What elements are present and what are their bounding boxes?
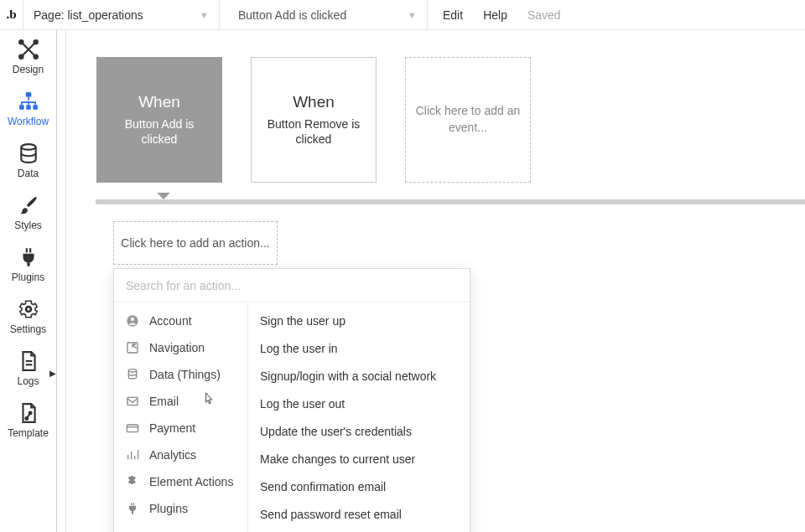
sidebar-item-workflow[interactable]: Workflow <box>0 82 56 134</box>
action-send-password-reset[interactable]: Send password reset email <box>248 501 470 529</box>
sidebar-item-plugins[interactable]: Plugins <box>0 238 56 290</box>
brush-icon <box>18 194 39 216</box>
pointer-cursor-icon <box>201 391 215 408</box>
account-icon <box>126 314 139 328</box>
menu-edit[interactable]: Edit <box>443 8 463 22</box>
category-plugins[interactable]: Plugins <box>114 495 247 522</box>
add-action-button[interactable]: Click here to add an action... <box>113 221 278 265</box>
action-list: Sign the user up Log the user in Signup/… <box>248 302 470 532</box>
workflow-icon <box>18 90 39 112</box>
action-change-current-user[interactable]: Make changes to current user <box>248 446 470 473</box>
svg-rect-6 <box>25 92 31 96</box>
payment-icon <box>126 421 139 435</box>
svg-point-10 <box>21 144 35 150</box>
svg-rect-20 <box>127 425 138 432</box>
file-icon <box>18 350 39 372</box>
category-label: Analytics <box>149 448 196 462</box>
svg-point-13 <box>25 417 28 420</box>
sidebar-item-settings[interactable]: Settings <box>0 290 56 342</box>
sidebar-item-label: Template <box>8 427 49 439</box>
svg-rect-8 <box>26 105 30 109</box>
sidebar-collapse-toggle[interactable]: ▶ <box>49 369 57 377</box>
category-navigation[interactable]: Navigation <box>114 334 247 361</box>
gear-icon <box>18 298 39 320</box>
menu-help[interactable]: Help <box>483 8 507 22</box>
database-icon <box>126 368 139 381</box>
svg-rect-9 <box>33 105 37 109</box>
action-search-input[interactable] <box>114 269 470 302</box>
event-description: Button Remove is clicked <box>260 116 367 147</box>
sidebar: Design Workflow Data <box>0 30 57 532</box>
menu-saved: Saved <box>527 8 561 22</box>
category-label: Account <box>149 314 192 328</box>
event-when-label: When <box>293 93 335 111</box>
actions-area: Click here to add an action... Account <box>113 221 805 265</box>
events-divider <box>96 199 805 204</box>
add-action-label: Click here to add an action... <box>121 236 269 250</box>
svg-point-3 <box>34 40 37 44</box>
action-send-magic-link[interactable]: Send magic login link <box>248 529 470 532</box>
sidebar-item-design[interactable]: Design <box>0 30 56 82</box>
sidebar-item-logs[interactable]: Logs <box>0 342 56 394</box>
add-event-card[interactable]: Click here to add an event... <box>405 57 531 183</box>
plug-icon <box>126 502 139 515</box>
sidebar-item-label: Plugins <box>12 271 44 283</box>
category-label: Email <box>149 395 179 408</box>
category-label: Data (Things) <box>149 368 221 381</box>
svg-point-18 <box>128 369 136 372</box>
action-popup: Account Navigation <box>113 268 470 532</box>
sidebar-item-label: Design <box>13 64 44 75</box>
main: Design Workflow Data <box>0 30 805 532</box>
database-icon <box>18 142 39 164</box>
chevron-down-icon: ▼ <box>200 10 209 20</box>
category-label: Plugins <box>149 502 188 515</box>
sidebar-item-data[interactable]: Data <box>0 134 56 186</box>
action-send-confirmation[interactable]: Send confirmation email <box>248 473 470 501</box>
chevron-down-icon: ▼ <box>408 10 417 20</box>
page-selector-label: Page: list_operations <box>34 8 143 22</box>
category-payment[interactable]: Payment <box>114 415 247 442</box>
selected-event-pointer-icon <box>157 193 170 199</box>
category-data[interactable]: Data (Things) <box>114 361 247 388</box>
page-selector[interactable]: Page: list_operations ▼ <box>23 0 220 30</box>
event-when-label: When <box>138 93 180 111</box>
action-log-user-in[interactable]: Log the user in <box>248 335 470 363</box>
top-menu: Edit Help Saved <box>428 8 561 22</box>
analytics-icon <box>126 448 139 462</box>
sidebar-item-label: Settings <box>10 323 46 335</box>
category-analytics[interactable]: Analytics <box>114 442 247 468</box>
sidebar-item-label: Styles <box>14 220 42 231</box>
sidebar-item-template[interactable]: Template <box>0 394 56 446</box>
puzzle-icon <box>126 475 139 488</box>
category-email[interactable]: Email <box>114 388 247 415</box>
action-category-list: Account Navigation <box>114 302 248 532</box>
event-card-button-add[interactable]: When Button Add is clicked <box>96 57 222 183</box>
event-card-button-remove[interactable]: When Button Remove is clicked <box>251 57 377 183</box>
svg-rect-19 <box>127 397 138 405</box>
category-element-actions[interactable]: Element Actions <box>114 468 247 495</box>
event-selector-label: Button Add is clicked <box>238 8 346 22</box>
action-signup-social[interactable]: Signup/login with a social network <box>248 363 470 390</box>
action-log-user-out[interactable]: Log the user out <box>248 390 470 418</box>
plug-icon <box>18 246 39 268</box>
svg-point-5 <box>34 55 37 59</box>
sidebar-item-label: Workflow <box>8 116 49 127</box>
action-update-credentials[interactable]: Update the user's credentials <box>248 418 470 446</box>
email-icon <box>126 395 139 408</box>
sidebar-item-styles[interactable]: Styles <box>0 186 56 238</box>
add-event-label: Click here to add an event... <box>414 103 522 136</box>
event-selector[interactable]: Button Add is clicked ▼ <box>220 0 428 30</box>
category-label: Element Actions <box>149 475 233 488</box>
svg-rect-7 <box>19 105 23 109</box>
svg-point-2 <box>19 55 23 59</box>
sidebar-item-label: Logs <box>17 375 39 387</box>
app-logo: .b <box>0 0 23 30</box>
events-row: When Button Add is clicked When Button R… <box>96 57 805 183</box>
action-sign-user-up[interactable]: Sign the user up <box>248 307 470 335</box>
category-account[interactable]: Account <box>114 307 247 334</box>
workflow-canvas: When Button Add is clicked When Button R… <box>57 30 805 532</box>
template-icon <box>18 402 39 424</box>
event-description: Button Add is clicked <box>106 116 213 147</box>
svg-point-16 <box>131 318 134 321</box>
svg-point-14 <box>29 412 31 415</box>
